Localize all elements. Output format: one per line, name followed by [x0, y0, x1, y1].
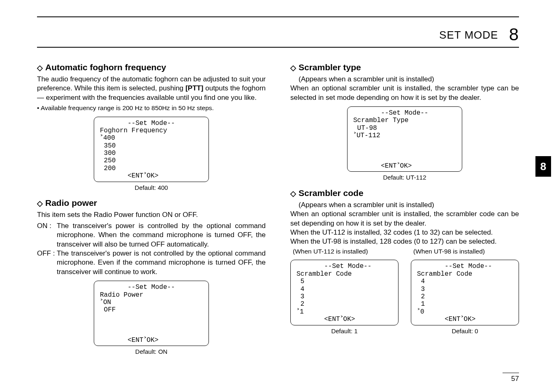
diamond-icon: ◇ [37, 199, 43, 208]
heading-scrambler-code: ◇Scrambler code [290, 187, 519, 199]
lcd-foghorn-frequency: --Set Mode-- Foghorn Frequency ˃400 350 … [94, 117, 209, 182]
off-desc: The transceiver's power is not controlle… [57, 249, 266, 277]
caption-code-112: Default: 1 [290, 327, 398, 335]
heading-text: Radio power [45, 198, 97, 208]
diamond-icon: ◇ [290, 189, 296, 198]
heading-text: Scrambler type [299, 62, 361, 72]
diamond-icon: ◇ [37, 64, 43, 72]
heading-radio-power: ◇Radio power [37, 197, 266, 209]
on-label: ON : [37, 221, 57, 249]
right-column: ◇Scrambler type (Appears when a scramble… [290, 59, 519, 362]
lcd-pair-scrambler-code: (When UT-112 is installed) --Set Mode-- … [290, 247, 519, 341]
auto-foghorn-body: The audio frequency of the automatic fog… [37, 75, 266, 102]
caption-foghorn: Default: 400 [37, 184, 266, 192]
heading-auto-foghorn: ◇Automatic foghorn frequency [37, 62, 266, 73]
section-title: SET MODE [439, 29, 498, 41]
scrambler-code-p3: When the UT-98 is installed, 128 codes (… [290, 237, 519, 246]
scrambler-code-p1: When an optional scrambler unit is insta… [290, 210, 519, 228]
heading-text: Scrambler code [299, 188, 364, 198]
scrambler-code-p2: When the UT-112 is installed, 32 codes (… [290, 228, 519, 237]
left-column: ◇Automatic foghorn frequency The audio f… [37, 59, 266, 362]
top-rule [37, 16, 519, 17]
scrambler-type-sub: (Appears when a scrambler unit is instal… [299, 75, 519, 84]
when-ut112: (When UT-112 is installed) [293, 247, 398, 256]
chapter-number: 8 [509, 25, 519, 44]
ptt-label: [PTT] [185, 84, 203, 92]
scrambler-type-body: When an optional scrambler unit is insta… [290, 84, 519, 102]
caption-radio-power: Default: ON [37, 348, 266, 356]
off-label: OFF : [37, 249, 57, 277]
heading-text: Automatic foghorn frequency [45, 62, 166, 72]
lcd-scrambler-code-112: --Set Mode-- Scrambler Code 5 4 3 2 ˃1 <… [290, 260, 398, 325]
when-ut98: (When UT-98 is installed) [413, 247, 519, 256]
running-header: SET MODE 8 [37, 25, 519, 44]
caption-scrambler-type: Default: UT-112 [290, 173, 519, 182]
caption-code-98: Default: 0 [411, 327, 519, 335]
diamond-icon: ◇ [290, 64, 296, 72]
lcd-scrambler-code-98: --Set Mode-- Scrambler Code 4 3 2 1 ˃0 <… [411, 260, 519, 325]
scrambler-code-sub: (Appears when a scrambler unit is instal… [299, 201, 519, 210]
radio-power-defs: ON : The transceiver's power is controll… [37, 221, 266, 277]
page-number: 57 [503, 373, 519, 383]
lcd-scrambler-type: --Set Mode-- Scrambler Type UT-98 ˃UT-11… [347, 106, 462, 172]
on-desc: The transceiver's power is controlled by… [57, 221, 266, 249]
radio-power-intro: This item sets the Radio Power function … [37, 210, 266, 219]
lcd-radio-power: --Set Mode-- Radio Power ˃ON OFF <ENT˃OK… [94, 281, 209, 346]
heading-scrambler-type: ◇Scrambler type [290, 62, 519, 73]
freq-range-note: • Available frequency range is 200 Hz to… [37, 104, 266, 112]
chapter-tab: 8 [535, 156, 551, 177]
header-rule [37, 47, 519, 48]
